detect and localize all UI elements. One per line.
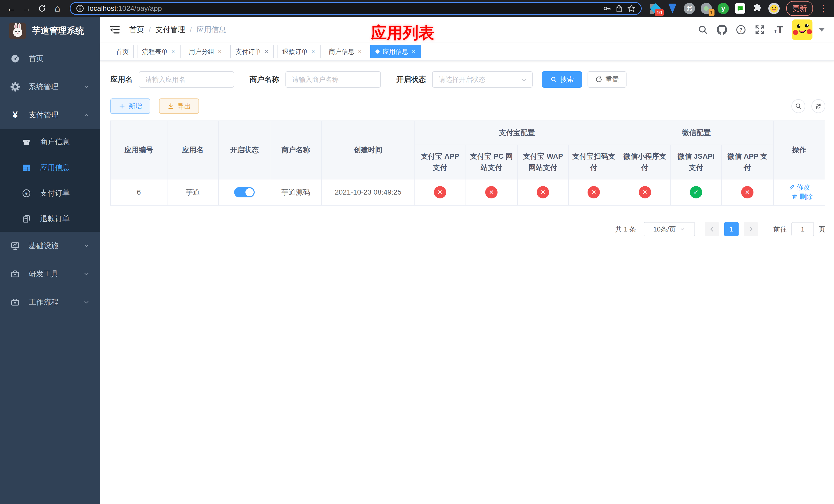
close-icon[interactable]: ×: [311, 48, 315, 55]
url-text[interactable]: localhost:1024/pay/app: [88, 4, 599, 13]
page-suffix: 页: [819, 225, 825, 234]
browser-back-button[interactable]: ←: [5, 2, 18, 15]
document-copy-icon: [22, 214, 31, 224]
extension-recorder-icon[interactable]: 1: [701, 3, 712, 14]
tab-refund-order[interactable]: 退款订单×: [277, 45, 321, 58]
github-icon[interactable]: [717, 25, 727, 35]
tab-user-group[interactable]: 用户分组×: [184, 45, 227, 58]
chevron-down-icon: [83, 84, 90, 90]
col-alipay-qr: 支付宝扫码支付: [569, 145, 619, 179]
status-toggle[interactable]: [234, 187, 255, 198]
merchant-name-input[interactable]: [285, 71, 381, 88]
delete-link[interactable]: 删除: [791, 192, 813, 201]
extension-yudao-icon[interactable]: y: [718, 3, 729, 14]
toolbox-icon: [10, 269, 20, 279]
sidebar-item-refund-orders[interactable]: 退款订单: [0, 206, 100, 232]
fullscreen-icon[interactable]: [755, 25, 765, 35]
sidebar-item-workflow[interactable]: 工作流程: [0, 288, 100, 316]
app-title: 芋道管理系统: [32, 25, 84, 37]
col-wechat-jsapi: 微信 JSAPI 支付: [671, 145, 721, 179]
chevron-down-icon: [679, 226, 685, 232]
wechat-mini-status-icon: ✕: [639, 186, 651, 199]
tags-view: 首页 流程表单× 用户分组× 支付订单× 退款订单× 商户信息× 应用信息×: [100, 43, 834, 61]
yen-circle-icon: ¥: [22, 188, 31, 198]
search-button[interactable]: 搜索: [542, 71, 582, 88]
tab-merchant-info[interactable]: 商户信息×: [324, 45, 367, 58]
tab-app-info[interactable]: 应用信息×: [370, 45, 421, 58]
yen-icon: ¥: [10, 110, 20, 120]
site-info-icon[interactable]: [76, 4, 84, 13]
status-select[interactable]: 请选择开启状态: [432, 71, 533, 88]
chrome-update-button[interactable]: 更新: [786, 1, 813, 16]
browser-home-button[interactable]: ⌂: [51, 2, 64, 15]
sidebar-item-system[interactable]: 系统管理: [0, 73, 100, 101]
browser-forward-button[interactable]: →: [20, 2, 33, 15]
edit-link[interactable]: 修改: [789, 183, 810, 192]
address-bar[interactable]: localhost:1024/pay/app: [70, 2, 642, 15]
bookmark-star-icon[interactable]: [627, 4, 636, 13]
close-icon[interactable]: ×: [411, 48, 416, 55]
font-size-icon[interactable]: тT: [774, 25, 783, 35]
breadcrumb-payment[interactable]: 支付管理: [155, 25, 185, 35]
close-icon[interactable]: ×: [264, 48, 269, 55]
share-icon[interactable]: [615, 4, 623, 13]
merchant-name-label: 商户名称: [249, 74, 279, 85]
chevron-down-icon: [520, 76, 528, 84]
close-icon[interactable]: ×: [357, 48, 362, 55]
help-icon[interactable]: ?: [736, 25, 746, 35]
sidebar-item-dev-tools[interactable]: 研发工具: [0, 260, 100, 288]
col-ops: 操作: [773, 121, 825, 179]
sidebar-item-app-info[interactable]: 应用信息: [0, 155, 100, 181]
browser-menu-icon[interactable]: ⋮: [817, 3, 829, 14]
prev-page-button[interactable]: [705, 222, 719, 236]
toggle-search-button[interactable]: [791, 99, 805, 113]
tab-home[interactable]: 首页: [111, 45, 134, 58]
tab-process-form[interactable]: 流程表单×: [137, 45, 180, 58]
col-merchant: 商户名称: [270, 121, 322, 179]
breadcrumb-home[interactable]: 首页: [129, 25, 144, 35]
add-button[interactable]: 新增: [110, 98, 150, 114]
cell-merchant: 芋道源码: [270, 179, 322, 205]
goto-page-input[interactable]: [791, 222, 814, 236]
password-key-icon[interactable]: [602, 4, 611, 13]
export-button[interactable]: 导出: [159, 98, 199, 114]
sidebar-item-pay-orders[interactable]: ¥ 支付订单: [0, 181, 100, 206]
extension-diamond-icon[interactable]: 10: [650, 3, 661, 14]
sidebar-item-home[interactable]: 首页: [0, 45, 100, 73]
tab-pay-order[interactable]: 支付订单×: [230, 45, 274, 58]
extension-badge-orange: 1: [708, 9, 715, 16]
browser-reload-button[interactable]: [36, 2, 49, 15]
cell-ops: 修改 删除: [773, 179, 825, 205]
page-number-1[interactable]: 1: [724, 222, 739, 236]
avatar-caret-icon[interactable]: [819, 28, 825, 31]
reset-button[interactable]: 重置: [588, 71, 627, 88]
next-page-button[interactable]: [744, 222, 758, 236]
table-tools: [791, 99, 825, 113]
sidebar-item-payment[interactable]: ¥ 支付管理: [0, 101, 100, 129]
page-size-select[interactable]: 10条/页: [644, 222, 695, 236]
user-avatar[interactable]: [792, 20, 812, 40]
header-search-icon[interactable]: [698, 25, 708, 35]
reload-icon: [38, 4, 46, 13]
svg-text:¥: ¥: [25, 191, 28, 196]
sidebar-collapse-icon[interactable]: [109, 24, 120, 36]
cell-created: 2021-10-23 08:49:25: [322, 179, 415, 205]
col-alipay-pc: 支付宝 PC 网站支付: [465, 145, 518, 179]
extension-gem-icon[interactable]: [667, 3, 678, 14]
sidebar-item-infrastructure[interactable]: 基础设施: [0, 232, 100, 260]
sidebar: 芋道管理系统 首页 系统管理 ¥: [0, 17, 100, 504]
app-name-input[interactable]: [139, 71, 234, 88]
alipay-qr-status-icon: ✕: [588, 186, 600, 199]
close-icon[interactable]: ×: [218, 48, 222, 55]
extension-chat-icon[interactable]: [734, 3, 746, 14]
sidebar-logo[interactable]: 芋道管理系统: [0, 17, 100, 45]
extensions-puzzle-icon[interactable]: [751, 3, 763, 14]
extension-command-icon[interactable]: ⌘: [684, 3, 695, 14]
profile-emoji-avatar[interactable]: [768, 3, 780, 14]
col-app-name: 应用名: [167, 121, 219, 179]
col-status: 开启状态: [219, 121, 270, 179]
sidebar-item-merchant-info[interactable]: 商户信息: [0, 129, 100, 155]
refresh-table-button[interactable]: [811, 99, 825, 113]
close-icon[interactable]: ×: [171, 48, 175, 55]
alipay-app-status-icon: ✕: [434, 186, 446, 199]
